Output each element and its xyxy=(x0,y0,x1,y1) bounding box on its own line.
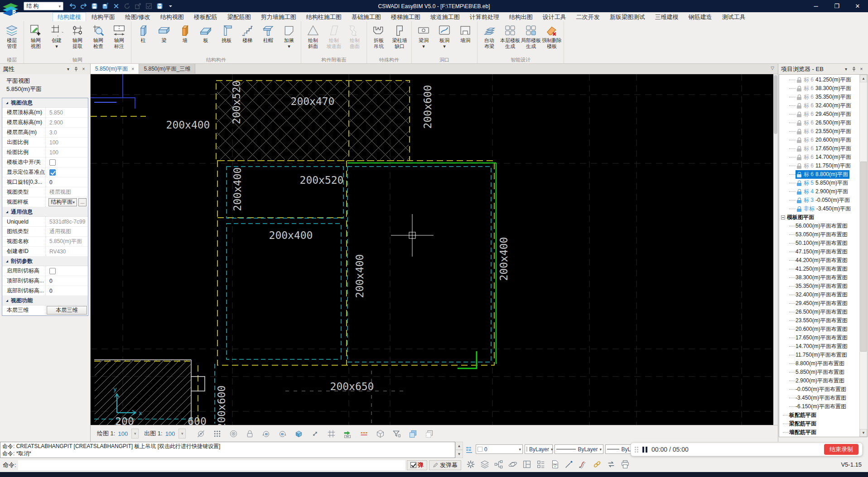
dashes-icon[interactable] xyxy=(357,427,371,440)
ribbon-button-haunch[interactable]: 加腋▾ xyxy=(279,22,299,49)
expand-icon[interactable] xyxy=(308,427,322,440)
tree-sheet-item[interactable]: 47.150(m)平面布置图 xyxy=(779,248,859,256)
property-section-header[interactable]: 视图功能 xyxy=(2,296,88,305)
command-input[interactable] xyxy=(18,460,405,470)
ribbon-button-fold-slab-pit[interactable]: 折板吊坑 xyxy=(368,22,389,49)
frame-icon[interactable] xyxy=(324,427,338,440)
property-value[interactable]: RV430 xyxy=(46,248,88,255)
tree-scrollbar[interactable]: ▲ ▼ xyxy=(859,75,867,437)
tree-sheet-item[interactable]: 17.650(m)平面布置图 xyxy=(779,334,859,342)
property-checkbox[interactable] xyxy=(49,169,56,176)
box3d-icon[interactable] xyxy=(292,427,305,440)
spline-icon[interactable] xyxy=(577,458,589,470)
tree-level-item[interactable]: 标 617.650(m)平面 xyxy=(779,144,859,153)
property-section-header[interactable]: 通用信息 xyxy=(2,207,88,217)
property-value[interactable]: 5.850(m)平面 xyxy=(46,238,88,245)
scroll-down-icon[interactable]: ▼ xyxy=(860,429,867,437)
ribbon-button-auto-beam[interactable]: 自动布梁 xyxy=(479,22,500,49)
tree-root-item[interactable]: 板配筋平面 xyxy=(779,411,859,420)
ribbon-button-floor-manage[interactable]: 楼层管理 xyxy=(1,22,22,49)
layer-list-icon[interactable] xyxy=(465,444,474,455)
tree-level-item[interactable]: 标 626.500(m)平面 xyxy=(779,119,859,127)
funnel-icon[interactable] xyxy=(390,427,403,440)
tree-sheet-item[interactable]: 44.200(m)平面布置图 xyxy=(779,256,859,265)
layer-dropdown[interactable]: 0 ▾ xyxy=(476,444,523,454)
ribbon-button-column-cap[interactable]: 柱帽 xyxy=(258,22,279,43)
gear-icon[interactable] xyxy=(465,458,477,470)
menu-tab-4[interactable]: 楼板配筋 xyxy=(189,12,222,21)
tree-root-item[interactable]: 梁配筋平面 xyxy=(779,420,859,428)
menu-tab-17[interactable]: 钢筋建造 xyxy=(684,12,717,21)
panel-menu-icon[interactable]: ▾ xyxy=(64,65,72,73)
close-tab-icon[interactable]: × xyxy=(131,66,134,72)
tree-level-item[interactable]: 标 3-0.050(m)平面 xyxy=(779,196,859,205)
tab-list-caret-icon[interactable]: ▽ xyxy=(771,66,774,71)
printer-icon[interactable] xyxy=(619,458,631,470)
menu-tab-11[interactable]: 计算前处理 xyxy=(465,12,504,21)
send-danmu-button[interactable]: 发弹幕 xyxy=(429,460,461,470)
delete-x-icon[interactable] xyxy=(111,2,121,11)
tree-sheet-item[interactable]: 26.500(m)平面布置图 xyxy=(779,308,859,316)
rotlock-icon[interactable] xyxy=(259,427,273,440)
view-tab-1[interactable]: 5.850(m)平面_三维 xyxy=(139,64,195,74)
save-as-icon[interactable] xyxy=(101,2,110,11)
close-icon[interactable]: × xyxy=(858,65,865,73)
menu-tab-14[interactable]: 二次开发 xyxy=(572,12,604,21)
tree-sheet-item[interactable]: 38.300(m)平面布置图 xyxy=(779,273,859,282)
ribbon-button-slab-hole[interactable]: 板洞▾ xyxy=(434,22,455,49)
danmu-toggle[interactable]: 弹 xyxy=(407,460,427,470)
menu-tab-1[interactable]: 结构平面 xyxy=(87,12,120,21)
tree-level-item[interactable]: 标 641.250(m)平面 xyxy=(779,76,859,84)
linetype-dropdown[interactable]: ByLayer ▾ xyxy=(555,444,603,454)
menu-tab-6[interactable]: 剪力墙施工图 xyxy=(256,12,301,21)
menu-tab-12[interactable]: 结构出图 xyxy=(505,12,537,21)
orbit-icon[interactable] xyxy=(507,458,519,470)
rotlock2-icon[interactable] xyxy=(275,427,289,440)
drag-handle[interactable] xyxy=(635,447,638,453)
tree-level-item[interactable]: 标 55.850(m)平面 xyxy=(779,179,859,187)
copy2-icon[interactable] xyxy=(422,427,436,440)
collapse-icon[interactable] xyxy=(781,215,785,219)
save-icon[interactable] xyxy=(90,2,99,11)
menu-tab-7[interactable]: 结构柱施工图 xyxy=(302,12,346,21)
lock-icon[interactable] xyxy=(243,427,256,440)
close-button[interactable]: ✕ xyxy=(847,0,868,12)
view-3d-button[interactable]: 本层三维 xyxy=(47,306,87,315)
pin-icon[interactable] xyxy=(850,65,858,73)
refresh-icon[interactable] xyxy=(122,2,131,11)
tree-level-item[interactable]: 标 638.300(m)平面 xyxy=(779,84,859,93)
property-select[interactable]: 结构平面▾ xyxy=(48,198,77,206)
tree-sheet-item[interactable]: 41.250(m)平面布置图 xyxy=(779,265,859,273)
redo-icon[interactable] xyxy=(79,2,88,11)
draw-scale-value[interactable]: 100 xyxy=(118,430,128,437)
maximize-button[interactable]: ❐ xyxy=(826,0,847,12)
tree-level-item[interactable]: 标 614.700(m)平面 xyxy=(779,153,859,162)
save-blue-icon[interactable] xyxy=(155,2,164,11)
scroll-up-icon[interactable]: ▲ xyxy=(860,75,867,82)
stop-recording-button[interactable]: 结束录制 xyxy=(824,444,858,455)
history-scroll-down-icon[interactable]: ▼ xyxy=(455,450,463,458)
menu-tab-13[interactable]: 设计工具 xyxy=(538,12,571,21)
tree-sheet-item[interactable]: 32.400(m)平面布置图 xyxy=(779,291,859,299)
tree-sheet-item[interactable]: 11.750(m)平面布置图 xyxy=(779,351,859,359)
property-value[interactable]: 2.900 xyxy=(46,119,88,126)
ribbon-button-grid-extract[interactable]: 轴网提取 xyxy=(67,22,88,49)
pen-icon[interactable] xyxy=(563,458,575,470)
property-value[interactable]: 100 xyxy=(46,139,88,146)
ribbon-button-beam[interactable]: 梁 xyxy=(154,22,174,43)
ribbon-button-column[interactable]: 柱 xyxy=(133,22,154,43)
copy-icon[interactable] xyxy=(406,427,420,440)
tree-sheet-item[interactable]: -0.050(m)平面布置图 xyxy=(779,385,859,394)
menu-tab-0[interactable]: 结构建模 xyxy=(53,12,86,21)
menu-tab-9[interactable]: 楼梯施工图 xyxy=(386,12,425,21)
scrollbar-thumb[interactable] xyxy=(860,162,867,352)
print-scale-value[interactable]: 100 xyxy=(165,430,175,437)
tree-level-item[interactable]: 标 623.550(m)平面 xyxy=(779,127,859,136)
ribbon-button-cantilever-slab[interactable]: 挑板 xyxy=(216,22,237,43)
menu-tab-15[interactable]: 新版梁图测试 xyxy=(605,12,650,21)
ribbon-button-grid-check[interactable]: 轴网检查 xyxy=(88,22,109,49)
close-icon[interactable]: × xyxy=(80,65,87,73)
property-section-header[interactable]: 剖切参数 xyxy=(2,257,88,266)
draw-scale-caret-icon[interactable]: ▾ xyxy=(131,429,139,439)
export-icon[interactable] xyxy=(133,2,142,11)
